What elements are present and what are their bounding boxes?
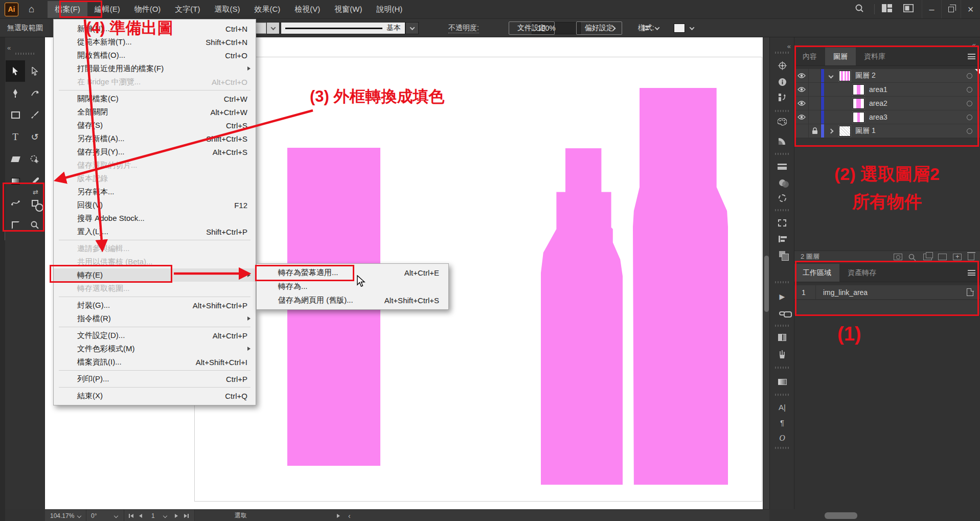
next-artboard-button[interactable]	[175, 510, 178, 521]
selection-tool[interactable]	[6, 60, 25, 82]
collect-in-new-layer-icon[interactable]	[923, 254, 932, 260]
menu-item-export[interactable]: 轉存(E)	[54, 268, 256, 282]
menu-item-save-as-template[interactable]: 另存範本...	[54, 185, 256, 198]
menu-item-open-recent[interactable]: 打開最近使用過的檔案(F)	[54, 62, 256, 75]
color-panel-icon[interactable]	[770, 115, 794, 128]
visibility-toggle[interactable]	[794, 83, 809, 96]
export-history-panel-icon[interactable]	[770, 90, 794, 104]
tab-properties[interactable]: 內容	[794, 48, 825, 65]
visibility-toggle[interactable]	[794, 97, 809, 110]
lock-toggle[interactable]	[809, 97, 821, 110]
visibility-toggle[interactable]	[794, 69, 809, 82]
artboards-panel-icon[interactable]	[770, 216, 794, 230]
layer-row-layer1[interactable]: 圖層 1	[794, 124, 980, 138]
links-panel-icon[interactable]	[770, 307, 794, 320]
gradient-tool[interactable]	[6, 170, 25, 192]
layer-thumbnail[interactable]	[839, 126, 851, 137]
style-swatch[interactable]	[674, 19, 698, 37]
gradient-panel-icon[interactable]	[770, 375, 794, 389]
target-circle[interactable]	[967, 87, 972, 93]
align-panel-icon[interactable]	[770, 232, 794, 245]
menu-item-print[interactable]: 列印(P)...Ctrl+P	[54, 372, 256, 386]
direct-selection-tool[interactable]	[25, 60, 44, 82]
layer-row-area1[interactable]: area1	[794, 83, 980, 97]
menu-item-close-all[interactable]: 全部關閉Alt+Ctrl+W	[54, 105, 256, 119]
artboard-navigation-value[interactable]: 1	[151, 510, 155, 521]
object-thumbnail[interactable]	[853, 112, 864, 123]
target-circle[interactable]	[967, 115, 972, 120]
object-name[interactable]: area2	[869, 99, 887, 107]
eraser-tool[interactable]	[6, 148, 25, 170]
home-icon[interactable]	[29, 4, 34, 15]
target-circle[interactable]	[967, 101, 972, 106]
zoom-chevron-icon[interactable]	[78, 510, 81, 521]
status-play-icon[interactable]	[337, 510, 340, 521]
menu-item-save-as[interactable]: 另存新檔(A)...Shift+Ctrl+S	[54, 132, 256, 145]
lock-toggle[interactable]	[809, 83, 821, 96]
close-button[interactable]	[961, 0, 980, 18]
menu-effect[interactable]: 效果(C)	[247, 1, 287, 18]
trash-icon[interactable]	[968, 254, 974, 260]
object-name[interactable]: area1	[869, 85, 887, 94]
submenu-item-save-for-web[interactable]: 儲存為網頁用 (舊版)...Alt+Shift+Ctrl+S	[257, 293, 448, 307]
document-arrangement-icon[interactable]	[903, 4, 914, 14]
first-artboard-button[interactable]	[129, 510, 133, 521]
target-circle[interactable]	[967, 73, 972, 79]
toolbar-collapse-icon[interactable]	[7, 43, 11, 52]
menu-type[interactable]: 文字(T)	[168, 1, 207, 18]
workspace-switcher-icon[interactable]	[882, 4, 892, 14]
menu-file[interactable]: 檔案(F)	[48, 1, 87, 18]
opentype-panel-icon[interactable]	[770, 432, 794, 445]
character-panel-icon[interactable]	[770, 401, 794, 414]
layer-thumbnail[interactable]	[839, 71, 851, 81]
previous-artboard-button[interactable]	[139, 510, 142, 521]
vertical-scrollbar-thumb[interactable]	[764, 256, 769, 312]
lock-toggle[interactable]	[809, 124, 821, 138]
layer-row-area2[interactable]: area2	[794, 97, 980, 110]
artboard-options-icon[interactable]	[967, 288, 973, 296]
menu-edit[interactable]: 編輯(E)	[87, 1, 127, 18]
pen-tool[interactable]	[6, 82, 25, 104]
layers-panel-menu-icon[interactable]	[968, 54, 975, 59]
rotate-tool[interactable]	[25, 126, 44, 148]
stroke-style-control[interactable]: 基本	[281, 19, 419, 37]
new-sublayer-icon[interactable]	[938, 254, 947, 260]
transparency-panel-icon[interactable]	[770, 176, 794, 189]
puppet-warp-tool[interactable]	[6, 192, 25, 214]
menu-item-quit[interactable]: 結束(X)Ctrl+Q	[54, 389, 256, 402]
artboards-panel-menu-icon[interactable]	[968, 270, 975, 276]
minimize-button[interactable]	[922, 0, 941, 18]
menu-item-close[interactable]: 關閉檔案(C)Ctrl+W	[54, 92, 256, 105]
object-thumbnail[interactable]	[853, 84, 864, 95]
horizontal-scrollbar-thumb[interactable]	[825, 512, 857, 519]
curvature-tool[interactable]	[25, 82, 44, 104]
object-name[interactable]: area3	[869, 113, 887, 121]
lock-toggle[interactable]	[809, 69, 821, 82]
menu-item-save-copy[interactable]: 儲存拷貝(Y)...Alt+Ctrl+S	[54, 145, 256, 158]
menu-item-file-info[interactable]: 檔案資訊(I)...Alt+Shift+Ctrl+I	[54, 355, 256, 369]
type-tool[interactable]	[6, 126, 25, 148]
dock-collapse-icon[interactable]	[787, 41, 791, 51]
menu-item-document-color-mode[interactable]: 文件色彩模式(M)	[54, 342, 256, 355]
menu-item-new-from-template[interactable]: 從範本新增(T)...Shift+Ctrl+N	[54, 35, 256, 49]
shape-builder-tool[interactable]	[25, 148, 44, 170]
search-layers-icon[interactable]	[908, 254, 917, 260]
stroke-style-chevron-icon[interactable]	[405, 22, 419, 34]
submenu-item-export-as[interactable]: 轉存為...	[257, 280, 448, 293]
artboard-tool[interactable]	[6, 214, 25, 236]
lock-toggle[interactable]	[809, 110, 821, 124]
menu-window[interactable]: 視窗(W)	[327, 1, 369, 18]
menu-item-package[interactable]: 封裝(G)...Alt+Shift+Ctrl+P	[54, 299, 256, 312]
info-panel-icon[interactable]	[770, 75, 794, 88]
appearance-panel-icon[interactable]	[770, 191, 794, 205]
artboard-nav-chevron-icon[interactable]	[164, 510, 167, 521]
last-artboard-button[interactable]	[184, 510, 189, 521]
menu-item-scripts[interactable]: 指令檔(R)	[54, 312, 256, 325]
stroke-panel-icon[interactable]	[770, 160, 794, 173]
zoom-level[interactable]: 104.17%	[50, 510, 74, 521]
swatches-panel-icon[interactable]	[770, 331, 794, 344]
layer-row-area3[interactable]: area3	[794, 110, 980, 124]
paragraph-panel-icon[interactable]	[770, 416, 794, 429]
menu-item-open[interactable]: 開啟舊檔(O)...Ctrl+O	[54, 49, 256, 62]
make-clip-mask-icon[interactable]	[894, 254, 902, 260]
